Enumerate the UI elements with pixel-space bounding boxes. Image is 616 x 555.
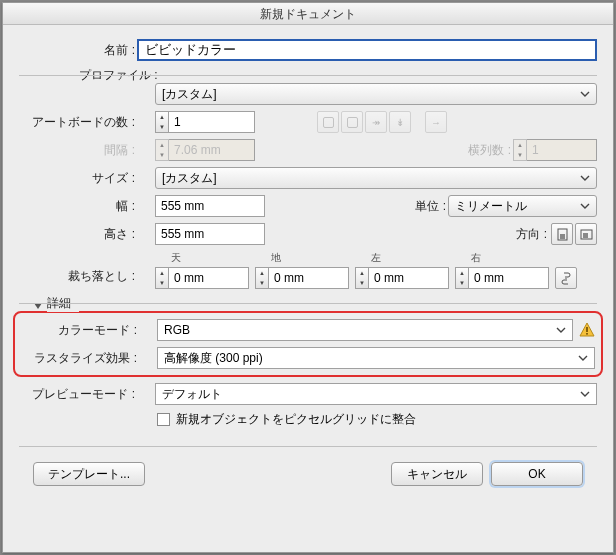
size-dropdown[interactable]: [カスタム]: [155, 167, 597, 189]
raster-dropdown[interactable]: 高解像度 (300 ppi): [157, 347, 595, 369]
bleed-link-icon[interactable]: [555, 267, 577, 289]
spacing-label: 間隔 :: [19, 142, 137, 159]
chevron-down-icon: [578, 199, 592, 213]
bleed-left-header: 左: [355, 251, 449, 265]
arrange-grid-col-icon: [341, 111, 363, 133]
pixelgrid-checkbox[interactable]: [157, 413, 170, 426]
dialog-title: 新規ドキュメント: [3, 3, 613, 25]
chevron-down-icon: [578, 387, 592, 401]
height-field[interactable]: 555 mm: [155, 223, 265, 245]
arrange-grid-row-icon: [317, 111, 339, 133]
colormode-label: カラーモード :: [21, 322, 139, 339]
bleed-right-field[interactable]: 0 mm: [469, 267, 549, 289]
name-label: 名前 :: [19, 42, 137, 59]
bleed-right-stepper[interactable]: ▲▼: [455, 267, 469, 289]
orient-label: 方向 :: [501, 226, 549, 243]
bleed-label: 裁ち落とし :: [19, 268, 137, 289]
height-label: 高さ :: [19, 226, 137, 243]
bleed-bottom-stepper[interactable]: ▲▼: [255, 267, 269, 289]
chevron-down-icon: [578, 171, 592, 185]
bleed-top-stepper[interactable]: ▲▼: [155, 267, 169, 289]
chevron-down-icon: [554, 323, 568, 337]
name-input[interactable]: [137, 39, 597, 61]
bleed-left-field[interactable]: 0 mm: [369, 267, 449, 289]
unit-dropdown[interactable]: ミリメートル: [448, 195, 597, 217]
orientation-portrait-icon[interactable]: [551, 223, 573, 245]
width-field[interactable]: 555 mm: [155, 195, 265, 217]
raster-label: ラスタライズ効果 :: [21, 350, 139, 367]
bleed-right-header: 右: [455, 251, 549, 265]
pixelgrid-label: 新規オブジェクトをピクセルグリッドに整合: [176, 411, 416, 428]
svg-rect-5: [586, 333, 588, 335]
artboards-field[interactable]: 1: [169, 111, 255, 133]
artboards-label: アートボードの数 :: [19, 114, 137, 131]
spacing-field: 7.06 mm: [169, 139, 255, 161]
bleed-top-header: 天: [155, 251, 249, 265]
arrange-col-icon: ↡: [389, 111, 411, 133]
preview-dropdown[interactable]: デフォルト: [155, 383, 597, 405]
preview-label: プレビューモード :: [19, 386, 137, 403]
highlight-box: カラーモード : RGB ラスタライズ効果 : 高解像度 (300 ppi): [13, 311, 603, 377]
arrange-row-icon: ↠: [365, 111, 387, 133]
cols-stepper: ▲▼: [513, 139, 527, 161]
cols-field: 1: [527, 139, 597, 161]
cancel-button[interactable]: キャンセル: [391, 462, 483, 486]
chevron-down-icon: [578, 87, 592, 101]
colormode-dropdown[interactable]: RGB: [157, 319, 573, 341]
width-label: 幅 :: [19, 198, 137, 215]
spacing-stepper: ▲▼: [155, 139, 169, 161]
orientation-landscape-icon[interactable]: [575, 223, 597, 245]
svg-rect-1: [560, 234, 565, 239]
svg-rect-4: [586, 327, 588, 332]
arrange-rtl-icon: →: [425, 111, 447, 133]
new-document-dialog: 新規ドキュメント 名前 : プロファイル : [カスタム] アートボードの数 :…: [2, 2, 614, 553]
bleed-left-stepper[interactable]: ▲▼: [355, 267, 369, 289]
disclosure-triangle-icon[interactable]: [33, 297, 43, 307]
chevron-down-icon: [576, 351, 590, 365]
ok-button[interactable]: OK: [491, 462, 583, 486]
bleed-bottom-field[interactable]: 0 mm: [269, 267, 349, 289]
bleed-top-field[interactable]: 0 mm: [169, 267, 249, 289]
cols-label: 横列数 :: [453, 142, 513, 159]
svg-rect-3: [583, 233, 588, 238]
template-button[interactable]: テンプレート...: [33, 462, 145, 486]
unit-label: 単位 :: [400, 198, 448, 215]
size-label: サイズ :: [19, 170, 137, 187]
profile-dropdown[interactable]: [カスタム]: [155, 83, 597, 105]
warning-icon: [579, 322, 595, 338]
artboards-stepper[interactable]: ▲▼: [155, 111, 169, 133]
bleed-bottom-header: 地: [255, 251, 349, 265]
